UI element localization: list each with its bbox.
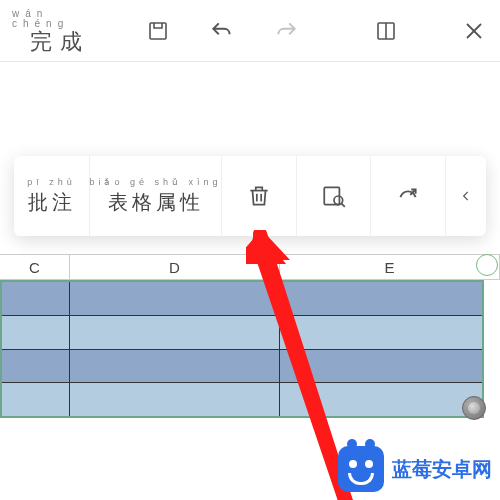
table-cell[interactable] — [70, 282, 280, 315]
annotate-button[interactable]: pī zhù 批注 — [14, 156, 90, 236]
context-toolbar: pī zhù 批注 biǎo gé shǔ xìng 表格属性 — [14, 156, 486, 236]
svg-line-9 — [341, 204, 344, 207]
table-row — [2, 316, 482, 350]
content-area: pī zhù 批注 biǎo gé shǔ xìng 表格属性 — [0, 62, 500, 500]
table-cell[interactable] — [2, 282, 70, 315]
table-cell[interactable] — [280, 350, 482, 383]
selected-table[interactable] — [0, 280, 484, 418]
table-cell[interactable] — [70, 383, 280, 416]
table-row — [2, 282, 482, 316]
table-row — [2, 383, 482, 416]
table-cell[interactable] — [2, 350, 70, 383]
save-icon[interactable] — [144, 16, 172, 46]
find-button[interactable] — [297, 156, 372, 236]
table-cell[interactable] — [280, 282, 482, 315]
svg-rect-0 — [150, 23, 166, 39]
share-icon — [395, 183, 421, 209]
column-header-c[interactable]: C — [0, 255, 70, 279]
find-icon — [321, 183, 347, 209]
column-headers: C D E — [0, 254, 500, 280]
table-cell[interactable] — [70, 350, 280, 383]
delete-button[interactable] — [222, 156, 297, 236]
watermark: 蓝莓安卓网 — [338, 446, 492, 492]
table-properties-button[interactable]: biǎo gé shǔ xìng 表格属性 — [90, 156, 222, 236]
panel-icon[interactable] — [372, 16, 400, 46]
table-row — [2, 350, 482, 384]
done-button[interactable]: wán chéng 完成 — [12, 9, 108, 53]
table-props-label: 表格属性 — [108, 189, 204, 216]
close-icon[interactable] — [460, 16, 488, 46]
watermark-text: 蓝莓安卓网 — [392, 456, 492, 483]
top-toolbar: wán chéng 完成 — [0, 0, 500, 62]
redo-icon[interactable] — [272, 16, 300, 46]
done-pinyin: wán chéng — [12, 9, 108, 29]
share-button[interactable] — [371, 156, 446, 236]
table-cell[interactable] — [70, 316, 280, 349]
annotate-label: 批注 — [28, 189, 76, 216]
column-header-d[interactable]: D — [70, 255, 280, 279]
table-cell[interactable] — [2, 316, 70, 349]
table-cell[interactable] — [280, 316, 482, 349]
add-column-handle[interactable] — [476, 254, 498, 276]
done-label: 完成 — [30, 31, 90, 53]
table-cell[interactable] — [2, 383, 70, 416]
svg-point-8 — [334, 196, 343, 205]
undo-icon[interactable] — [208, 16, 236, 46]
watermark-logo-icon — [338, 446, 384, 492]
table-cell[interactable] — [280, 383, 482, 416]
chevron-left-icon — [459, 186, 473, 206]
more-button[interactable] — [446, 156, 486, 236]
annotate-pinyin: pī zhù — [27, 177, 76, 187]
column-header-e[interactable]: E — [280, 255, 500, 279]
table-props-pinyin: biǎo gé shǔ xìng — [89, 177, 221, 187]
trash-icon — [246, 183, 272, 209]
